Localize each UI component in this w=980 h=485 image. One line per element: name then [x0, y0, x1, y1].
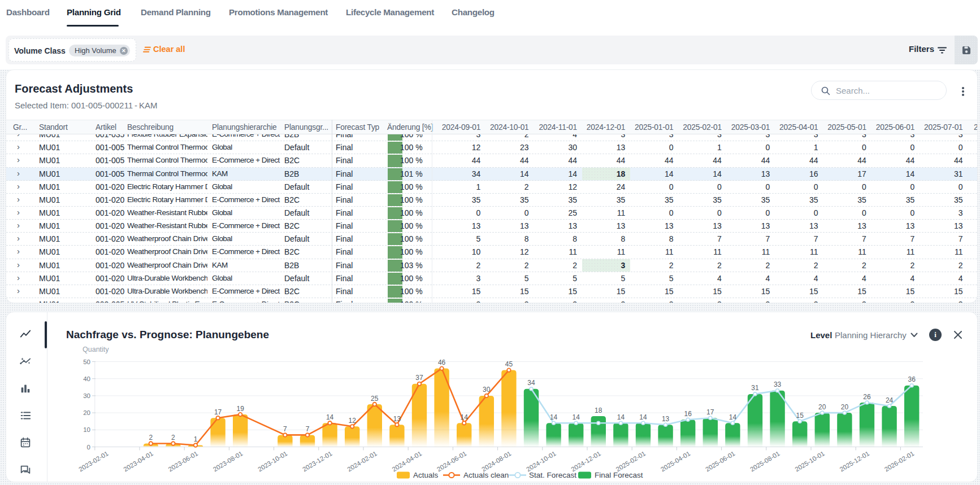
svg-text:2023-10-01: 2023-10-01 — [257, 450, 289, 473]
svg-text:17: 17 — [214, 408, 222, 416]
svg-text:2024-02-01: 2024-02-01 — [346, 450, 378, 473]
svg-text:30: 30 — [483, 386, 491, 394]
svg-text:7: 7 — [306, 425, 310, 433]
svg-text:17: 17 — [706, 408, 714, 416]
svg-text:2025-12-01: 2025-12-01 — [839, 450, 871, 473]
svg-text:15: 15 — [796, 412, 804, 420]
svg-text:2025-02-01: 2025-02-01 — [615, 450, 647, 473]
svg-text:2023-02-01: 2023-02-01 — [77, 450, 110, 473]
svg-text:2025-08-01: 2025-08-01 — [749, 450, 781, 473]
svg-text:2024-06-01: 2024-06-01 — [436, 450, 468, 473]
svg-text:30: 30 — [83, 392, 90, 399]
svg-text:46: 46 — [438, 359, 446, 366]
svg-text:14: 14 — [617, 413, 625, 421]
svg-text:Final Forecast: Final Forecast — [595, 471, 643, 479]
svg-text:2024-04-01: 2024-04-01 — [391, 450, 423, 473]
svg-text:16: 16 — [684, 410, 692, 418]
svg-text:2: 2 — [171, 434, 175, 442]
svg-text:20: 20 — [841, 403, 849, 411]
svg-text:36: 36 — [908, 375, 916, 383]
svg-text:14: 14 — [550, 413, 558, 421]
svg-text:14: 14 — [729, 413, 737, 421]
svg-text:2025-04-01: 2025-04-01 — [660, 450, 692, 473]
svg-text:14: 14 — [326, 413, 334, 421]
svg-text:Actuals: Actuals — [413, 471, 439, 479]
svg-text:10: 10 — [83, 426, 90, 433]
svg-text:13: 13 — [393, 415, 401, 423]
svg-text:2025-10-01: 2025-10-01 — [793, 450, 826, 473]
svg-text:12: 12 — [349, 417, 357, 425]
svg-text:2023-08-01: 2023-08-01 — [212, 450, 244, 473]
svg-text:2024-10-01: 2024-10-01 — [525, 450, 557, 473]
svg-text:20: 20 — [818, 403, 826, 411]
svg-text:2025-06-01: 2025-06-01 — [704, 450, 736, 473]
svg-text:0: 0 — [87, 444, 90, 451]
svg-text:Actuals clean: Actuals clean — [463, 471, 509, 479]
svg-text:2026-02-01: 2026-02-01 — [883, 450, 916, 473]
svg-text:20: 20 — [83, 409, 90, 416]
svg-text:37: 37 — [415, 374, 423, 382]
svg-text:7: 7 — [283, 425, 287, 433]
svg-text:2023-04-01: 2023-04-01 — [122, 450, 154, 473]
svg-text:2: 2 — [149, 434, 153, 442]
svg-text:2024-08-01: 2024-08-01 — [480, 450, 513, 473]
svg-text:18: 18 — [595, 407, 602, 414]
svg-text:2024-12-01: 2024-12-01 — [570, 450, 602, 473]
svg-text:2023-06-01: 2023-06-01 — [167, 450, 200, 473]
svg-text:Stat. Forecast: Stat. Forecast — [529, 471, 576, 479]
svg-text:31: 31 — [751, 384, 759, 392]
svg-text:13: 13 — [662, 415, 670, 423]
svg-text:14: 14 — [573, 413, 580, 421]
svg-text:34: 34 — [527, 379, 535, 387]
svg-text:40: 40 — [83, 375, 90, 382]
svg-text:25: 25 — [371, 395, 379, 403]
svg-text:45: 45 — [505, 360, 513, 368]
svg-text:24: 24 — [886, 396, 894, 404]
svg-text:14: 14 — [639, 413, 647, 421]
svg-text:14: 14 — [461, 413, 469, 421]
svg-text:50: 50 — [83, 359, 90, 365]
svg-text:26: 26 — [863, 393, 871, 401]
svg-text:2023-12-01: 2023-12-01 — [301, 450, 333, 473]
svg-text:Quantity: Quantity — [83, 346, 109, 353]
svg-text:33: 33 — [774, 381, 782, 388]
svg-text:1: 1 — [194, 435, 198, 443]
svg-text:19: 19 — [237, 405, 245, 413]
